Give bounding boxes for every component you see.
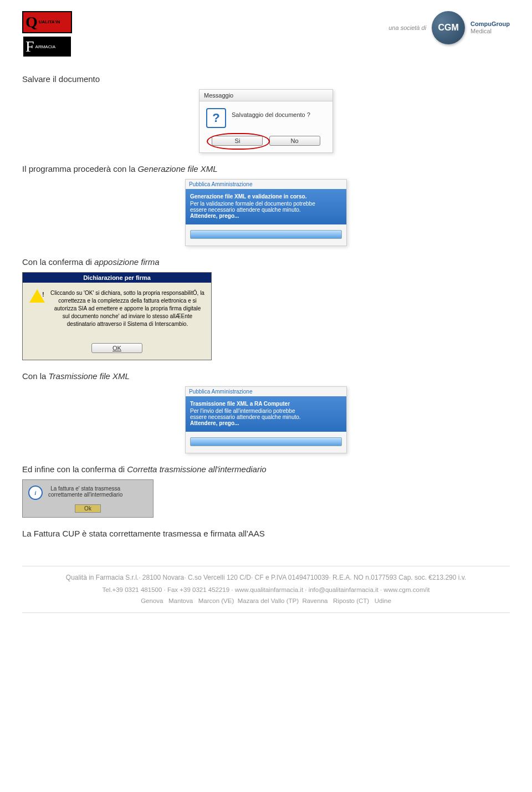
dialog-save-text: Salvataggio del documento ? (232, 108, 310, 118)
ok-button[interactable]: OK (91, 343, 142, 353)
page-header: QUALITA'IN FARMACIA una società di CGM C… (22, 11, 510, 58)
info-icon: i (28, 486, 43, 500)
dialog-transmit-text: Trasmissione file XML a RA Computer Per … (186, 396, 346, 432)
dialog-transmitted: i La fattura e' stata trasmessa corretta… (22, 479, 154, 518)
footer-line-2: Tel.+39 0321 481500 · Fax +39 0321 45221… (22, 584, 510, 596)
dialog-signature-text: Cliccando su 'OK' si dichiara, sotto la … (50, 289, 204, 328)
dialog-signature: Dichiarazione per firma Cliccando su 'OK… (22, 272, 212, 360)
ok-button[interactable]: Ok (75, 504, 101, 513)
paragraph-1: Salvare il documento (22, 74, 510, 84)
dialog-save-title: Messaggio (200, 90, 332, 101)
dialog-transmitted-text: La fattura e' stata trasmessa correttame… (48, 486, 122, 498)
paragraph-4: Con la Trasmissione file XML (22, 371, 510, 381)
progress-bar (190, 437, 342, 446)
dialog-transmit-xml: Pubblica Amministrazione Trasmissione fi… (185, 386, 347, 453)
paragraph-5: Ed infine con la conferma di Corretta tr… (22, 464, 510, 474)
page-footer: Qualità in Farmacia S.r.l.· 28100 Novara… (22, 566, 510, 613)
yes-button[interactable]: Si (212, 136, 263, 146)
warning-icon (29, 289, 45, 303)
dialog-transmit-title: Pubblica Amministrazione (186, 387, 346, 396)
cgm-badge-icon: CGM (432, 11, 465, 44)
footer-line-3: Genova Mantova Marcon (VE) Mazara del Va… (22, 595, 510, 607)
dialog-save: Messaggio ? Salvataggio del documento ? … (199, 89, 333, 153)
dialog-generate-xml: Pubblica Amministrazione Generazione fil… (185, 179, 347, 246)
dialog-generate-text: Generazione file XML e validazione in co… (186, 189, 346, 224)
paragraph-3: Con la conferma di apposizione firma (22, 257, 510, 267)
no-button[interactable]: No (269, 136, 320, 146)
cgm-text: CompuGroup Medical (470, 21, 510, 35)
logo-cgm: una società di CGM CompuGroup Medical (388, 11, 510, 44)
dialog-generate-title: Pubblica Amministrazione (186, 180, 346, 189)
societa-label: una società di (388, 24, 426, 31)
question-icon: ? (206, 108, 226, 128)
footer-line-1: Qualità in Farmacia S.r.l.· 28100 Novara… (22, 572, 510, 584)
paragraph-2: Il programma procederà con la Generazion… (22, 164, 510, 173)
logo-qualita-farmacia: QUALITA'IN FARMACIA (22, 11, 72, 58)
progress-bar (190, 230, 342, 239)
dialog-signature-title: Dichiarazione per firma (23, 273, 211, 283)
paragraph-6: La Fattura CUP è stata correttamente tra… (22, 529, 510, 538)
